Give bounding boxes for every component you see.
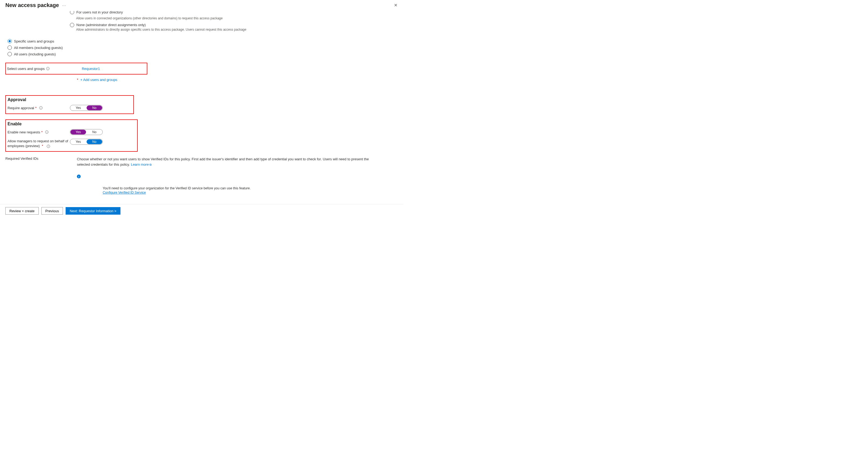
radio-label-not-in-directory: For users not in your directory bbox=[76, 11, 123, 14]
page-title: New access package bbox=[5, 2, 59, 8]
info-icon[interactable]: i bbox=[46, 67, 50, 70]
toggle-no[interactable]: No bbox=[86, 139, 102, 145]
toggle-no[interactable]: No bbox=[86, 105, 102, 111]
info-icon[interactable]: i bbox=[47, 145, 50, 148]
allow-managers-toggle[interactable]: Yes No bbox=[70, 139, 103, 145]
required-indicator: * bbox=[42, 144, 43, 148]
previous-button[interactable]: Previous bbox=[41, 207, 63, 215]
require-approval-toggle[interactable]: Yes No bbox=[70, 105, 103, 111]
verified-ids-section: Required Verified IDs Choose whether or … bbox=[5, 157, 398, 206]
radio-all-members[interactable] bbox=[7, 45, 12, 50]
desc-not-in-directory: Allow users in connected organizations (… bbox=[76, 17, 398, 20]
radio-label-none: None (administrator direct assignments o… bbox=[76, 23, 146, 27]
more-actions-icon[interactable]: ··· bbox=[62, 3, 66, 7]
radio-not-in-directory[interactable] bbox=[70, 11, 74, 14]
required-indicator: * bbox=[41, 130, 42, 134]
footer-divider bbox=[0, 204, 403, 205]
add-users-link[interactable]: + Add users and groups bbox=[81, 78, 118, 82]
highlight-select-users: Select users and groups i Requestor1 bbox=[5, 63, 147, 74]
highlight-approval: Approval Require approval * i Yes No bbox=[5, 95, 134, 114]
verified-ids-description: Choose whether or not you want users to … bbox=[77, 157, 373, 167]
radio-row-none[interactable]: None (administrator direct assignments o… bbox=[70, 23, 398, 27]
verified-ids-label: Required Verified IDs bbox=[5, 157, 77, 161]
configure-message: You'll need to configure your organizati… bbox=[103, 186, 398, 194]
allow-managers-label: Allow managers to request on behalf of e… bbox=[7, 139, 70, 149]
main-content: For users not in your directory Allow us… bbox=[0, 11, 403, 206]
close-button[interactable]: ✕ bbox=[394, 3, 397, 8]
required-indicator: * bbox=[35, 106, 37, 110]
radio-none[interactable] bbox=[70, 23, 74, 27]
toggle-yes[interactable]: Yes bbox=[70, 105, 86, 111]
next-button[interactable]: Next: Requestor Information > bbox=[66, 207, 121, 215]
configure-verified-id-link[interactable]: Configure Verified ID Service bbox=[103, 191, 146, 194]
radio-specific-users[interactable] bbox=[7, 39, 12, 43]
approval-heading: Approval bbox=[7, 97, 132, 102]
enable-new-requests-label: Enable new requests * i bbox=[7, 130, 70, 134]
selected-user-link[interactable]: Requestor1 bbox=[82, 67, 100, 71]
radio-label-all-members: All members (excluding guests) bbox=[14, 46, 63, 50]
radio-row-all-members[interactable]: All members (excluding guests) bbox=[7, 45, 398, 50]
external-link-icon: ⧉ bbox=[150, 163, 152, 166]
radio-all-users[interactable] bbox=[7, 52, 12, 56]
highlight-enable: Enable Enable new requests * i Yes No Al… bbox=[5, 119, 138, 152]
required-indicator: * bbox=[77, 78, 78, 82]
info-icon[interactable]: i bbox=[45, 130, 49, 134]
require-approval-label: Require approval * i bbox=[7, 106, 70, 110]
toggle-yes[interactable]: Yes bbox=[70, 129, 86, 135]
select-users-label: Select users and groups bbox=[7, 67, 44, 71]
radio-row-all-users[interactable]: All users (including guests) bbox=[7, 52, 398, 56]
plus-icon: ＋ bbox=[79, 205, 83, 206]
info-circle-icon[interactable]: i bbox=[77, 175, 81, 178]
page-header: New access package ··· ✕ bbox=[0, 0, 403, 11]
add-users-row: * + Add users and groups bbox=[77, 78, 398, 82]
add-issuer-button: ＋ Add issuer bbox=[79, 205, 398, 206]
enable-heading: Enable bbox=[7, 122, 135, 126]
desc-none: Allow administrators to directly assign … bbox=[76, 28, 398, 31]
toggle-no[interactable]: No bbox=[86, 129, 102, 135]
learn-more-link[interactable]: Learn more⧉ bbox=[131, 162, 152, 166]
enable-new-requests-toggle[interactable]: Yes No bbox=[70, 129, 103, 135]
toggle-yes[interactable]: Yes bbox=[70, 139, 86, 145]
review-create-button[interactable]: Review + create bbox=[5, 207, 39, 215]
radio-row-specific[interactable]: Specific users and groups bbox=[7, 39, 398, 43]
footer-actions: Review + create Previous Next: Requestor… bbox=[5, 207, 121, 215]
radio-label-all-users: All users (including guests) bbox=[14, 52, 56, 56]
radio-label-specific: Specific users and groups bbox=[14, 39, 54, 43]
info-icon[interactable]: i bbox=[39, 106, 42, 110]
